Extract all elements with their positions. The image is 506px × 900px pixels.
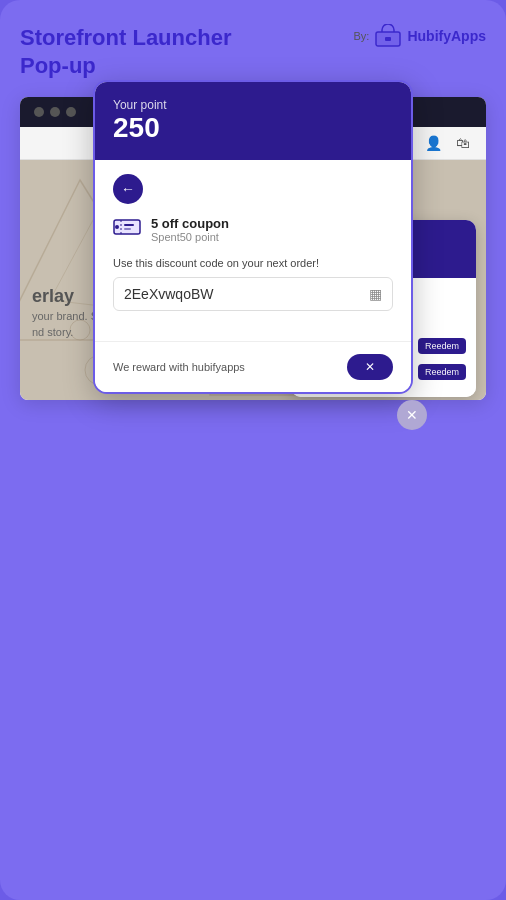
brand-name: HubifyApps — [407, 28, 486, 44]
discount-code: 2EeXvwqoBW — [124, 286, 213, 302]
popup-footer: We reward with hubifyapps ✕ — [95, 341, 411, 392]
browser-dot-3 — [66, 107, 76, 117]
svg-rect-16 — [124, 228, 131, 230]
footer-close-button[interactable]: ✕ — [347, 354, 393, 380]
popup-close-outside-button[interactable]: ✕ — [397, 400, 427, 430]
cart-icon[interactable]: 🛍 — [456, 135, 470, 151]
brand-by-label: By: — [354, 30, 370, 42]
coupon-info-row: 5 off coupon Spent50 point — [113, 216, 393, 243]
coupon-icon — [113, 216, 141, 243]
popup-header: Your point 250 — [95, 82, 411, 160]
popup-pts-label: Your point — [113, 98, 393, 112]
page-title: Storefront Launcher Pop-up — [20, 24, 231, 79]
footer-text: We reward with hubifyapps — [113, 361, 245, 373]
brand-logo: By: HubifyApps — [354, 24, 486, 48]
browser-dot-1 — [34, 107, 44, 117]
svg-point-14 — [115, 225, 119, 229]
discount-code-row: 2EeXvwqoBW ▦ — [113, 277, 393, 311]
title-line2: Pop-up — [20, 53, 96, 78]
browser-dot-2 — [50, 107, 60, 117]
user-icon[interactable]: 👤 — [425, 135, 442, 151]
bottom-popup: Your point 250 ← — [93, 80, 413, 394]
page-wrapper: Storefront Launcher Pop-up By: HubifyApp… — [0, 0, 506, 900]
back-button-popup[interactable]: ← — [113, 174, 143, 204]
hubify-icon — [374, 24, 402, 48]
popup-pts-value: 250 — [113, 112, 393, 144]
popup-body: ← 5 off coupon Spent50 point — [95, 160, 411, 341]
copy-icon[interactable]: ▦ — [369, 286, 382, 302]
coupon-title-big: 5 off coupon — [151, 216, 229, 231]
svg-rect-15 — [124, 224, 134, 226]
redeem-button-2[interactable]: Reedem — [418, 364, 466, 380]
discount-instruction: Use this discount code on your next orde… — [113, 257, 393, 269]
coupon-spent: Spent50 point — [151, 231, 229, 243]
redeem-button-1[interactable]: Reedem — [418, 338, 466, 354]
header: Storefront Launcher Pop-up By: HubifyApp… — [20, 24, 486, 79]
svg-rect-2 — [385, 37, 391, 41]
title-line1: Storefront Launcher — [20, 25, 231, 50]
